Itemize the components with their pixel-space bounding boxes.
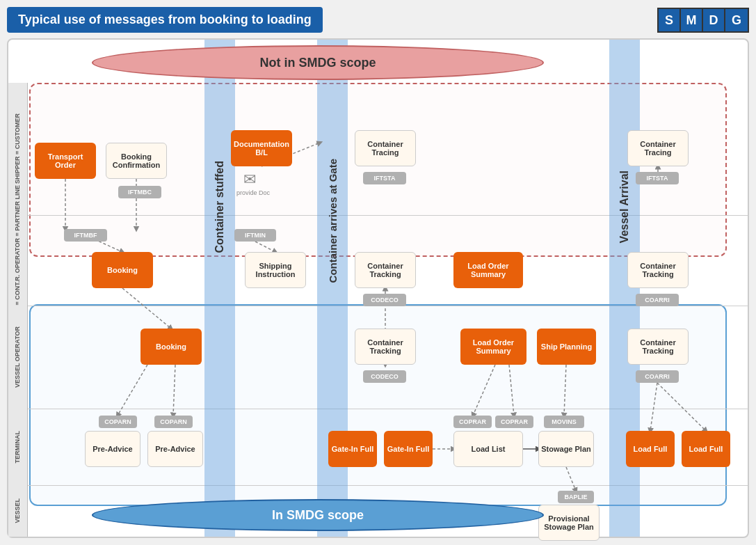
movins-label: MOVINS [544, 416, 584, 428]
coparn-1-label: COPARN [99, 416, 137, 428]
booking-vessel-box: Booking [140, 329, 202, 365]
provisional-stowage-plan-box: Provisional Stowage Plan [538, 505, 600, 541]
pre-advice-1-box: Pre-Advice [85, 431, 140, 467]
load-list-box: Load List [453, 431, 523, 467]
container-tracing-1-box: Container Tracing [355, 130, 416, 166]
baplie-label: BAPLIE [558, 491, 594, 503]
codeco-1-label: CODECO [363, 294, 406, 306]
coparn-2-label: COPARN [154, 416, 193, 428]
iftsta-1-label: IFTSTA [363, 172, 406, 184]
logo-s: S [659, 9, 681, 31]
logo-g: G [725, 9, 748, 31]
stripe-gate-label: Container arrives at Gate [317, 81, 348, 360]
container-tracking-1-box: Container Tracking [355, 252, 416, 288]
smdg-logo: S M D G [657, 8, 749, 33]
coarri-1-label: COARRI [636, 294, 679, 306]
row-label-terminal: TERMINAL [8, 409, 28, 485]
gate-in-full-1-box: Gate-In Full [328, 431, 377, 467]
row-label-vessel: VESSEL [8, 485, 28, 537]
page: Typical use of messages from booking to … [0, 0, 756, 545]
logo-m: M [681, 9, 703, 31]
iftmbf-label: IFTMBF [64, 229, 107, 242]
ship-planning-box: Ship Planning [537, 329, 596, 365]
row-label-vessel-operator: VESSEL OPERATOR [8, 306, 28, 409]
iftmin-label: IFTMIN [234, 229, 276, 242]
codeco-2-label: CODECO [363, 370, 406, 383]
iftsta-r1-label: IFTSTA [636, 172, 679, 184]
load-full-2-box: Load Full [682, 431, 730, 467]
shipping-instruction-box: Shipping Instruction [245, 252, 306, 288]
stripe-stuffed-label: Container stuffed [204, 81, 235, 332]
container-tracking-2-box: Container Tracking [355, 329, 416, 365]
transport-order-box: Transport Order [35, 143, 96, 179]
coprar-1-label: COPRAR [453, 416, 492, 428]
diagram: Not in SMDG scope In SMDG scope Containe… [7, 38, 749, 538]
iftmbc-label: IFTMBC [118, 186, 161, 198]
coarri-2-label: COARRI [636, 370, 679, 383]
gate-in-full-2-box: Gate-In Full [384, 431, 433, 467]
page-title: Typical use of messages from booking to … [7, 7, 323, 33]
container-tracking-r2-box: Container Tracking [627, 252, 689, 288]
coprar-2-label: COPRAR [495, 416, 533, 428]
provide-doc-label: provide Doc [236, 189, 270, 196]
in-smdg-ellipse: In SMDG scope [92, 499, 544, 531]
logo-d: D [703, 9, 725, 31]
pre-advice-2-box: Pre-Advice [147, 431, 203, 467]
load-order-summary-2-box: Load Order Summary [460, 329, 526, 365]
container-tracking-r3-box: Container Tracking [627, 329, 689, 365]
load-order-summary-1-box: Load Order Summary [453, 252, 523, 288]
documentation-bl-box: Documentation B/L [231, 130, 292, 166]
stowage-plan-box: Stowage Plan [538, 431, 594, 467]
load-full-1-box: Load Full [626, 431, 675, 467]
container-tracing-r1-box: Container Tracing [627, 130, 689, 166]
stripe-vessel-label: Vessel Arrival [609, 81, 640, 332]
booking-confirmation-box: Booking Confirmation [106, 143, 167, 179]
header: Typical use of messages from booking to … [7, 7, 749, 33]
booking-carrier-box: Booking [92, 252, 153, 288]
mail-icon: ✉ [243, 171, 256, 189]
row-label-carrier: CARRIER = CONT.R. OPERATOR = PARTNER LIN… [8, 215, 28, 306]
not-smdg-ellipse: Not in SMDG scope [92, 45, 544, 80]
